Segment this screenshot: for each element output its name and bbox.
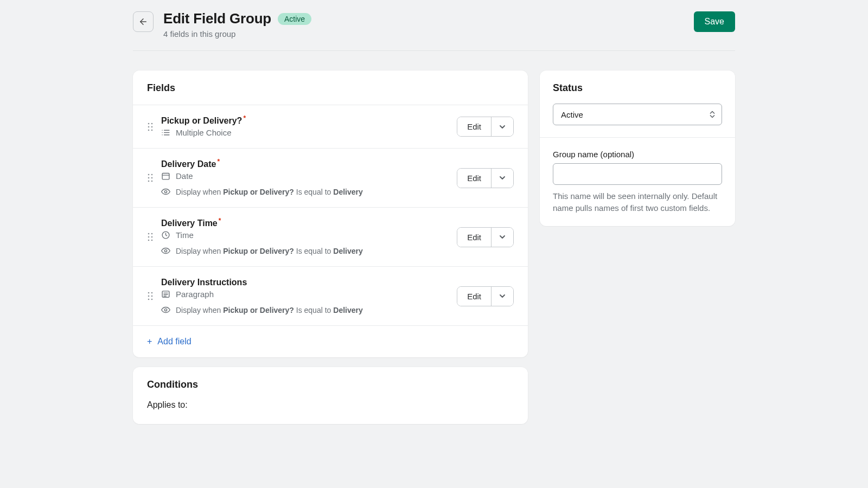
condition-text: Display when Pickup or Delivery? Is equa… xyxy=(176,188,363,196)
svg-point-4 xyxy=(151,126,153,127)
svg-point-3 xyxy=(148,126,150,127)
svg-point-23 xyxy=(151,233,153,235)
status-card-title: Status xyxy=(553,82,722,94)
svg-point-5 xyxy=(148,129,150,131)
add-field-button[interactable]: + Add field xyxy=(147,337,192,346)
field-row: Pickup or Delivery?*Multiple ChoiceEdit xyxy=(133,105,528,148)
svg-point-13 xyxy=(148,174,150,176)
svg-point-15 xyxy=(148,177,150,179)
edit-button[interactable]: Edit xyxy=(457,169,491,188)
svg-point-33 xyxy=(151,296,153,297)
field-row: Delivery InstructionsParagraphDisplay wh… xyxy=(133,266,528,325)
svg-point-14 xyxy=(151,174,153,176)
eye-icon xyxy=(161,246,170,255)
svg-point-27 xyxy=(151,240,153,241)
field-type: Date xyxy=(176,171,193,181)
svg-point-40 xyxy=(164,309,167,311)
edit-button-group: Edit xyxy=(457,168,514,188)
field-name: Pickup or Delivery?* xyxy=(161,116,246,126)
edit-dropdown-button[interactable] xyxy=(491,228,513,247)
clock-icon xyxy=(161,230,170,240)
svg-point-6 xyxy=(151,129,153,131)
svg-point-24 xyxy=(148,236,150,238)
plus-icon: + xyxy=(147,337,152,346)
svg-point-31 xyxy=(151,292,153,294)
applies-to-label: Applies to: xyxy=(133,394,528,424)
arrow-left-icon xyxy=(138,17,148,27)
group-name-help: This name will be seen internally only. … xyxy=(553,190,722,214)
paragraph-icon xyxy=(161,290,170,299)
svg-point-17 xyxy=(148,181,150,182)
fields-card-title: Fields xyxy=(133,70,528,105)
list-icon xyxy=(161,128,170,137)
required-star-icon: * xyxy=(217,158,220,165)
edit-button[interactable]: Edit xyxy=(457,117,491,136)
edit-dropdown-button[interactable] xyxy=(491,169,513,188)
svg-point-22 xyxy=(148,233,150,235)
svg-point-21 xyxy=(164,190,167,192)
edit-dropdown-button[interactable] xyxy=(491,117,513,136)
condition-text: Display when Pickup or Delivery? Is equa… xyxy=(176,247,363,255)
svg-point-25 xyxy=(151,236,153,238)
save-button[interactable]: Save xyxy=(694,11,735,32)
edit-button[interactable]: Edit xyxy=(457,287,491,306)
page-title: Edit Field Group xyxy=(163,10,271,27)
edit-button-group: Edit xyxy=(457,286,514,306)
drag-handle-icon[interactable] xyxy=(147,292,154,300)
required-star-icon: * xyxy=(243,115,246,121)
field-type: Paragraph xyxy=(176,290,214,299)
condition-text: Display when Pickup or Delivery? Is equa… xyxy=(176,306,363,314)
field-row: Delivery Time*TimeDisplay when Pickup or… xyxy=(133,207,528,266)
field-type: Time xyxy=(176,230,194,240)
svg-point-1 xyxy=(148,123,150,124)
field-name: Delivery Instructions xyxy=(161,278,247,287)
drag-handle-icon[interactable] xyxy=(147,123,154,131)
svg-point-26 xyxy=(148,240,150,241)
svg-point-18 xyxy=(151,181,153,182)
page-subtitle: 4 fields in this group xyxy=(163,29,694,38)
edit-button-group: Edit xyxy=(457,227,514,247)
edit-button-group: Edit xyxy=(457,117,514,137)
group-name-input[interactable] xyxy=(553,163,722,185)
conditions-card: Conditions Applies to: xyxy=(133,367,528,424)
fields-card: Fields Pickup or Delivery?*Multiple Choi… xyxy=(133,70,528,357)
page-header: Edit Field Group Active 4 fields in this… xyxy=(133,10,735,51)
svg-point-34 xyxy=(148,299,150,300)
status-select-value: Active xyxy=(561,110,583,119)
edit-button[interactable]: Edit xyxy=(457,228,491,247)
edit-dropdown-button[interactable] xyxy=(491,287,513,306)
eye-icon xyxy=(161,305,170,314)
svg-point-35 xyxy=(151,299,153,300)
field-name: Delivery Time* xyxy=(161,219,221,228)
svg-rect-19 xyxy=(162,174,169,179)
svg-point-30 xyxy=(148,292,150,294)
add-field-label: Add field xyxy=(157,337,191,346)
eye-icon xyxy=(161,187,170,196)
drag-handle-icon[interactable] xyxy=(147,233,154,241)
field-type: Multiple Choice xyxy=(176,128,232,137)
conditions-card-title: Conditions xyxy=(133,367,528,394)
calendar-icon xyxy=(161,171,170,181)
drag-handle-icon[interactable] xyxy=(147,174,154,182)
svg-point-16 xyxy=(151,177,153,179)
back-button[interactable] xyxy=(133,11,154,32)
svg-point-2 xyxy=(151,123,153,124)
group-name-label: Group name (optional) xyxy=(553,150,722,159)
field-name: Delivery Date* xyxy=(161,159,220,169)
status-badge: Active xyxy=(278,13,311,25)
svg-point-29 xyxy=(164,249,167,252)
select-caret-icon xyxy=(710,111,715,118)
status-select[interactable]: Active xyxy=(553,104,722,125)
field-row: Delivery Date*DateDisplay when Pickup or… xyxy=(133,148,528,207)
status-card: Status Active Group name (optional) This… xyxy=(540,70,735,226)
svg-point-32 xyxy=(148,296,150,297)
required-star-icon: * xyxy=(219,217,221,224)
